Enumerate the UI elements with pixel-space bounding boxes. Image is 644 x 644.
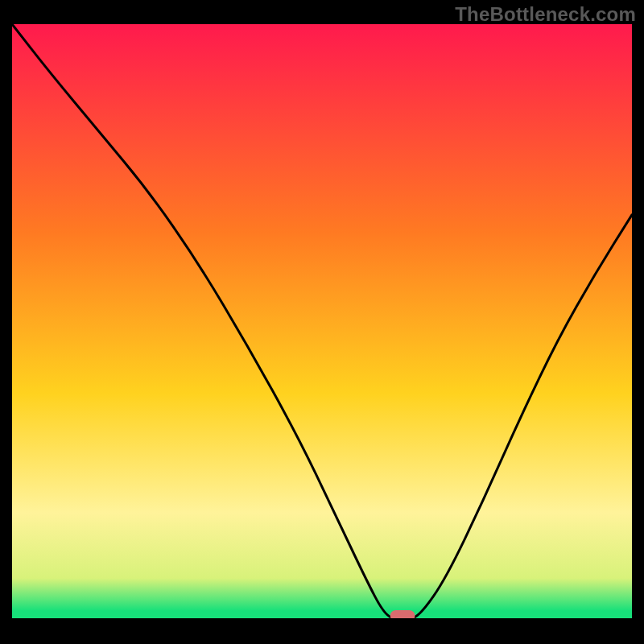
plot-area [12,24,632,620]
watermark-text: TheBottleneck.com [455,3,636,26]
chart-container: TheBottleneck.com [0,0,644,644]
gradient-background [12,24,632,620]
bottleneck-chart [12,24,632,620]
